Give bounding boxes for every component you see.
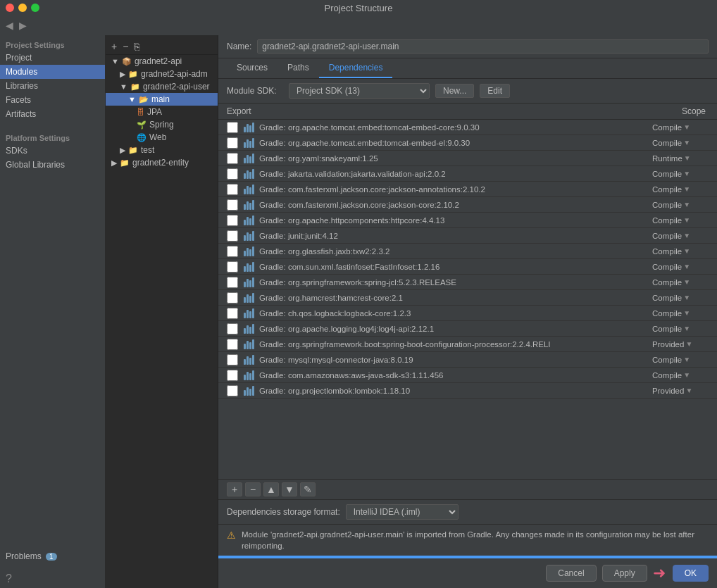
back-button[interactable]: ◀: [6, 20, 13, 31]
scope-dropdown-icon[interactable]: ▼: [683, 216, 690, 224]
scope-dropdown-icon[interactable]: ▼: [683, 232, 690, 239]
tree-item-gradnet2-api-user[interactable]: ▼ 📁 gradnet2-api-user: [106, 80, 218, 93]
deps-up-button[interactable]: ▲: [263, 482, 279, 496]
dep-export-checkbox[interactable]: [227, 308, 238, 319]
dep-scope: Compile▼: [652, 232, 709, 240]
dep-export-checkbox[interactable]: [227, 354, 238, 365]
gradle-icon: [244, 153, 255, 164]
dep-export-checkbox[interactable]: [227, 370, 238, 381]
sidebar-item-artifacts[interactable]: Artifacts: [0, 107, 105, 121]
dep-name: Gradle: org.apache.logging.log4j:log4j-a…: [259, 325, 652, 333]
storage-select[interactable]: IntelliJ IDEA (.iml): [346, 504, 459, 520]
sdk-new-button[interactable]: New...: [435, 84, 474, 98]
dep-export-checkbox[interactable]: [227, 292, 238, 304]
tree-copy-button[interactable]: ⎘: [132, 41, 141, 52]
ok-button[interactable]: OK: [673, 565, 709, 582]
table-row: Gradle: org.yaml:snakeyaml:1.25Runtime▼: [218, 151, 717, 166]
scope-dropdown-icon[interactable]: ▼: [683, 356, 690, 363]
sidebar-item-project[interactable]: Project: [0, 51, 105, 65]
apply-button[interactable]: Apply: [602, 565, 647, 582]
scope-dropdown-icon[interactable]: ▼: [683, 263, 690, 270]
tree-item-web[interactable]: 🌐 Web: [106, 131, 218, 144]
table-row: Gradle: org.springframework:spring-jcl:5…: [218, 275, 717, 290]
sdk-edit-button[interactable]: Edit: [480, 84, 510, 98]
scope-dropdown-icon[interactable]: ▼: [684, 154, 691, 162]
dep-export-checkbox[interactable]: [227, 199, 238, 211]
tab-dependencies[interactable]: Dependencies: [319, 58, 393, 78]
deps-remove-button[interactable]: −: [245, 482, 261, 496]
sidebar-item-modules[interactable]: Modules: [0, 65, 105, 79]
dep-name: Gradle: jakarta.validation:jakarta.valid…: [259, 170, 652, 178]
scope-dropdown-icon[interactable]: ▼: [685, 340, 692, 348]
warning-text: Module 'gradnet2-api.gradnet2-api-user.m…: [242, 529, 709, 551]
sdk-select[interactable]: Project SDK (13): [289, 83, 430, 99]
scope-dropdown-icon[interactable]: ▼: [683, 201, 690, 208]
name-input[interactable]: [257, 39, 709, 54]
scope-dropdown-icon[interactable]: ▼: [683, 371, 690, 379]
sidebar-item-sdks[interactable]: SDKs: [0, 144, 105, 158]
scope-dropdown-icon[interactable]: ▼: [683, 139, 690, 146]
arrow-indicator: ➜: [653, 564, 666, 582]
expand-icon: ▼: [120, 82, 127, 91]
sidebar-item-libraries[interactable]: Libraries: [0, 79, 105, 93]
problems-item[interactable]: Problems 1: [0, 549, 105, 564]
dep-name: Gradle: org.hamcrest:hamcrest-core:2.1: [259, 294, 652, 302]
gradle-icon: [244, 277, 255, 288]
dep-scope: Compile▼: [652, 216, 709, 225]
scope-dropdown-icon[interactable]: ▼: [683, 185, 690, 193]
tree-item-jpa[interactable]: 🗄 JPA: [106, 106, 218, 118]
dep-export-checkbox[interactable]: [227, 230, 238, 242]
content-area: Name: Sources Paths Dependencies Module …: [218, 35, 717, 588]
dep-export-checkbox[interactable]: [227, 184, 238, 195]
scope-dropdown-icon[interactable]: ▼: [683, 247, 690, 255]
dep-export-checkbox[interactable]: [227, 168, 238, 180]
tree-item-gradnet2-api[interactable]: ▼ 📦 gradnet2-api: [106, 55, 218, 68]
tree-item-gradnet2-api-adm[interactable]: ▶ 📁 gradnet2-api-adm: [106, 68, 218, 80]
module-icon: 📦: [122, 57, 132, 66]
dep-export-checkbox[interactable]: [227, 122, 238, 133]
scope-dropdown-icon[interactable]: ▼: [683, 123, 690, 131]
forward-button[interactable]: ▶: [19, 20, 27, 31]
dep-export-checkbox[interactable]: [227, 246, 238, 257]
tree-toolbar: + − ⎘: [106, 38, 218, 55]
sidebar-item-global-libraries[interactable]: Global Libraries: [0, 158, 105, 172]
scope-dropdown-icon[interactable]: ▼: [685, 387, 692, 394]
tree-add-button[interactable]: +: [110, 41, 118, 52]
tree-item-spring[interactable]: 🌱 Spring: [106, 118, 218, 131]
dep-scope: Provided▼: [652, 387, 709, 395]
deps-down-button[interactable]: ▼: [282, 482, 297, 496]
dep-export-checkbox[interactable]: [227, 137, 238, 149]
help-icon[interactable]: ?: [6, 573, 12, 584]
cancel-button[interactable]: Cancel: [546, 565, 596, 582]
close-button[interactable]: [6, 4, 14, 12]
dep-export-checkbox[interactable]: [227, 153, 238, 164]
minimize-button[interactable]: [18, 4, 27, 12]
dep-export-checkbox[interactable]: [227, 215, 238, 226]
gradle-icon: [244, 308, 255, 319]
main-icon: 📂: [139, 95, 149, 104]
dep-scope: Compile▼: [652, 309, 709, 318]
scope-dropdown-icon[interactable]: ▼: [683, 294, 690, 301]
scope-dropdown-icon[interactable]: ▼: [683, 309, 690, 317]
sidebar-item-facets[interactable]: Facets: [0, 93, 105, 107]
dep-export-checkbox[interactable]: [227, 385, 238, 396]
scope-dropdown-icon[interactable]: ▼: [683, 325, 690, 332]
maximize-button[interactable]: [31, 4, 39, 12]
dep-scope: Compile▼: [652, 247, 709, 256]
dep-export-checkbox[interactable]: [227, 261, 238, 273]
dep-export-checkbox[interactable]: [227, 323, 238, 334]
scope-dropdown-icon[interactable]: ▼: [683, 170, 690, 177]
tree-item-test[interactable]: ▶ 📁 test: [106, 144, 218, 156]
tree-item-gradnet2-entity[interactable]: ▶ 📁 gradnet2-entity: [106, 156, 218, 169]
platform-settings-label: Platform Settings: [0, 131, 105, 144]
tree-item-main[interactable]: ▼ 📂 main: [106, 93, 218, 106]
dep-export-checkbox[interactable]: [227, 277, 238, 288]
deps-add-button[interactable]: +: [227, 482, 242, 496]
deps-edit-button[interactable]: ✎: [300, 482, 316, 496]
tab-paths[interactable]: Paths: [278, 58, 319, 78]
tab-sources[interactable]: Sources: [227, 58, 278, 78]
tree-remove-button[interactable]: −: [121, 41, 130, 52]
scope-text: Compile: [652, 232, 682, 240]
scope-dropdown-icon[interactable]: ▼: [683, 278, 690, 286]
dep-export-checkbox[interactable]: [227, 339, 238, 350]
